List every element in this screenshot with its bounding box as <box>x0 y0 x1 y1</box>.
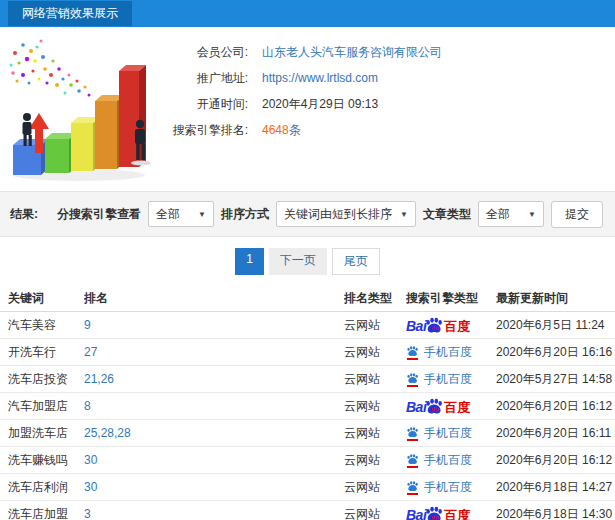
rank-link[interactable]: 25,28,28 <box>84 426 344 440</box>
last-page-button[interactable]: 尾页 <box>332 248 380 275</box>
mobile-baidu-paw-icon <box>406 453 419 468</box>
growth-chart-clipart <box>0 27 162 187</box>
member-info: 会员公司: 山东老人头汽车服务咨询有限公司 推广地址: https://www.… <box>162 27 442 191</box>
promo-url-label: 推广地址: <box>162 70 248 87</box>
baidu-logo-bai: Bai <box>406 508 426 520</box>
keyword-cell: 汽车美容 <box>8 317 84 334</box>
baidu-logo-bai: Bai <box>406 400 426 414</box>
baidu-logo: Bai du 百度 <box>406 505 470 520</box>
rank-type-cell: 云网站 <box>344 344 406 361</box>
mobile-baidu-label: 手机百度 <box>424 425 472 442</box>
baidu-du-text: du <box>431 325 439 331</box>
sort-label: 排序方式 <box>221 206 269 223</box>
table-row: 洗车店利润 30 云网站 手机百度 2020年6月18日 14:27 <box>0 474 615 501</box>
rank-link[interactable]: 8 <box>84 399 344 413</box>
page-1-button[interactable]: 1 <box>235 248 264 275</box>
engine-cell: 手机百度 <box>406 425 496 442</box>
table-header-row: 关键词 排名 排名类型 搜索引擎类型 最新更新时间 <box>0 285 615 312</box>
table-row: 洗车店加盟 3 云网站 Bai du 百度 2020年6月18日 14:30 <box>0 501 615 520</box>
rank-type-cell: 云网站 <box>344 371 406 388</box>
engine-cell: Bai du 百度 <box>406 505 496 520</box>
rank-type-cell: 云网站 <box>344 317 406 334</box>
filter-controls: 分搜索引擎查看 全部 ▼ 排序方式 关键词由短到长排序 ▼ 文章类型 全部 ▼ … <box>57 201 603 228</box>
article-type-select[interactable]: 全部 ▼ <box>478 201 544 227</box>
pagination: 1 下一页 尾页 <box>0 237 615 285</box>
header-keyword: 关键词 <box>8 290 84 307</box>
article-type-label: 文章类型 <box>423 206 471 223</box>
update-time-cell: 2020年6月5日 11:24 <box>496 317 615 334</box>
next-page-button[interactable]: 下一页 <box>269 248 327 275</box>
baidu-paw-icon: du <box>425 316 443 334</box>
baidu-logo-cn: 百度 <box>444 320 470 333</box>
update-time-cell: 2020年6月18日 14:30 <box>496 506 615 520</box>
mobile-baidu-label: 手机百度 <box>424 371 472 388</box>
results-table: 关键词 排名 排名类型 搜索引擎类型 最新更新时间 汽车美容 9 云网站 Bai… <box>0 285 615 520</box>
mobile-baidu-label: 手机百度 <box>424 452 472 469</box>
baidu-logo: Bai du 百度 <box>406 316 470 333</box>
top-bar: 网络营销效果展示 <box>0 0 615 27</box>
info-row-rank-count: 搜索引擎排名: 4648条 <box>162 117 442 143</box>
rank-count-value: 4648条 <box>262 122 301 139</box>
mobile-baidu-logo: 手机百度 <box>406 344 472 361</box>
keyword-cell: 洗车店加盟 <box>8 506 84 520</box>
company-link[interactable]: 山东老人头汽车服务咨询有限公司 <box>262 44 442 61</box>
top-section: 会员公司: 山东老人头汽车服务咨询有限公司 推广地址: https://www.… <box>0 27 615 191</box>
update-time-cell: 2020年5月27日 14:58 <box>496 371 615 388</box>
baidu-du-text: du <box>431 406 439 412</box>
keyword-cell: 开洗车行 <box>8 344 84 361</box>
rank-link[interactable]: 3 <box>84 507 344 520</box>
update-time-cell: 2020年6月20日 16:11 <box>496 425 615 442</box>
keyword-cell: 洗车店利润 <box>8 479 84 496</box>
keyword-cell: 加盟洗车店 <box>8 425 84 442</box>
page-title-tab[interactable]: 网络营销效果展示 <box>8 1 132 26</box>
header-rank: 排名 <box>84 290 344 307</box>
mobile-baidu-logo: 手机百度 <box>406 425 472 442</box>
mobile-baidu-label: 手机百度 <box>424 479 472 496</box>
table-row: 加盟洗车店 25,28,28 云网站 手机百度 2020年6月20日 16:11 <box>0 420 615 447</box>
baidu-logo-cn: 百度 <box>444 401 470 414</box>
filter-bar: 结果: 分搜索引擎查看 全部 ▼ 排序方式 关键词由短到长排序 ▼ 文章类型 全… <box>0 191 615 237</box>
promo-url-link[interactable]: https://www.lrtlsd.com <box>262 71 378 85</box>
chevron-down-icon: ▼ <box>528 210 536 219</box>
rank-link[interactable]: 21,26 <box>84 372 344 386</box>
open-time-label: 开通时间: <box>162 96 248 113</box>
update-time-cell: 2020年6月18日 14:27 <box>496 479 615 496</box>
rank-link[interactable]: 30 <box>84 480 344 494</box>
table-row: 汽车加盟店 8 云网站 Bai du 百度 2020年6月20日 16:12 <box>0 393 615 420</box>
keyword-cell: 洗车赚钱吗 <box>8 452 84 469</box>
table-row: 洗车赚钱吗 30 云网站 手机百度 2020年6月20日 16:12 <box>0 447 615 474</box>
article-type-value: 全部 <box>486 206 510 223</box>
rank-link[interactable]: 9 <box>84 318 344 332</box>
result-label: 结果: <box>10 206 38 223</box>
rank-link[interactable]: 27 <box>84 345 344 359</box>
engine-filter-select[interactable]: 全部 ▼ <box>148 201 214 227</box>
rank-count-number: 4648 <box>262 123 289 137</box>
rank-type-cell: 云网站 <box>344 425 406 442</box>
submit-button[interactable]: 提交 <box>551 201 603 228</box>
mobile-baidu-paw-icon <box>406 480 419 495</box>
table-row: 开洗车行 27 云网站 手机百度 2020年6月20日 16:16 <box>0 339 615 366</box>
sort-select[interactable]: 关键词由短到长排序 ▼ <box>276 201 416 227</box>
keyword-cell: 洗车店投资 <box>8 371 84 388</box>
marketing-effect-page: 网络营销效果展示 <box>0 0 615 520</box>
header-update-time: 最新更新时间 <box>496 290 615 307</box>
baidu-paw-icon: du <box>425 505 443 520</box>
company-label: 会员公司: <box>162 44 248 61</box>
mobile-baidu-logo: 手机百度 <box>406 479 472 496</box>
confetti-dots <box>10 40 91 97</box>
mobile-baidu-logo: 手机百度 <box>406 452 472 469</box>
table-row: 汽车美容 9 云网站 Bai du 百度 2020年6月5日 11:24 <box>0 312 615 339</box>
mobile-baidu-paw-icon <box>406 345 419 360</box>
rank-link[interactable]: 30 <box>84 453 344 467</box>
rank-type-cell: 云网站 <box>344 452 406 469</box>
baidu-logo: Bai du 百度 <box>406 397 470 414</box>
engine-cell: 手机百度 <box>406 452 496 469</box>
chevron-down-icon: ▼ <box>400 210 408 219</box>
keyword-cell: 汽车加盟店 <box>8 398 84 415</box>
mobile-baidu-logo: 手机百度 <box>406 371 472 388</box>
baidu-du-text: du <box>431 514 439 520</box>
open-time-value: 2020年4月29日 09:13 <box>262 96 378 113</box>
engine-cell: Bai du 百度 <box>406 397 496 415</box>
sort-value: 关键词由短到长排序 <box>284 206 392 223</box>
engine-cell: 手机百度 <box>406 371 496 388</box>
